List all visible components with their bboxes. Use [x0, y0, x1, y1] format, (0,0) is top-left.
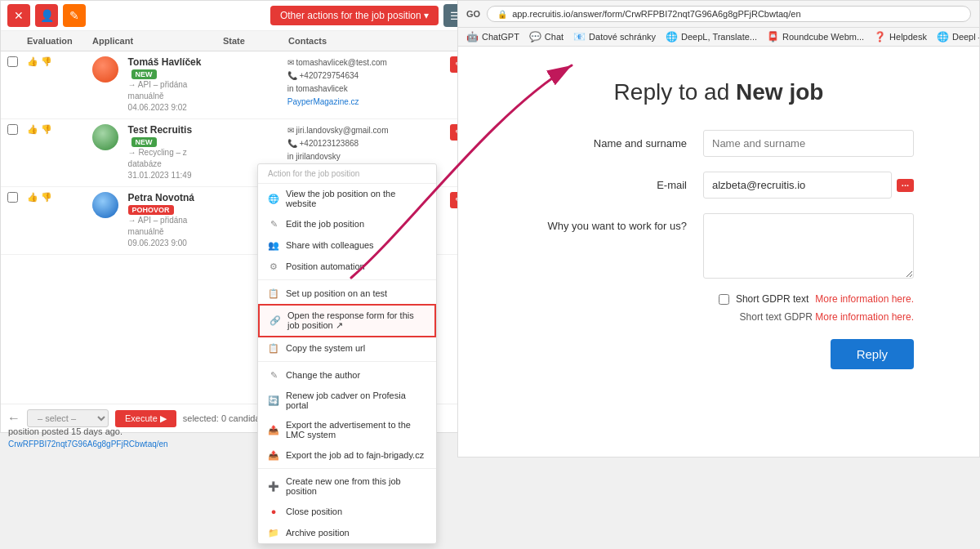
row-applicant-2: Test Recruitis NEW → Recycling – z datab…: [92, 124, 222, 181]
position-status: position posted 15 days ago.: [8, 426, 122, 436]
translate-icon: 🌐: [666, 31, 678, 42]
dropdown-item-archive[interactable]: 📁 Archive position: [258, 522, 436, 543]
avatar: [92, 56, 118, 83]
dropdown-item-copy-url[interactable]: 📋 Copy the system url: [258, 337, 436, 359]
lock-icon: 🔒: [497, 10, 507, 19]
dropdown-item-author[interactable]: ✎ Change the author: [258, 364, 436, 386]
remove-button[interactable]: ✕: [7, 4, 30, 27]
gear-icon: ⚙: [268, 261, 279, 272]
user-add-button[interactable]: 👤: [35, 4, 58, 27]
bookmark-helpdesk[interactable]: ❓ Helpdesk: [874, 31, 927, 42]
export-icon: 📤: [268, 424, 279, 435]
col-header-applicant: Applicant: [92, 36, 223, 46]
bookmark-deepl-preklady[interactable]: 🌐 Deepl – překlady: [937, 31, 980, 42]
name-input[interactable]: [703, 130, 914, 157]
form-title: Reply to ad New job: [523, 79, 914, 105]
dropdown-item-export-lmc[interactable]: 📤 Export the advertisement to the LMC sy…: [258, 415, 436, 444]
short-gdpr-link[interactable]: More information here.: [815, 311, 914, 323]
col-header-state: State: [223, 36, 288, 46]
email-wrapper: ···: [703, 172, 914, 199]
share-icon: 👥: [268, 239, 279, 251]
bookmark-chatgpt[interactable]: 🤖 ChatGPT: [466, 31, 519, 42]
export-icon: 📤: [268, 449, 279, 461]
bookmark-datove[interactable]: 📧 Datové schránky: [573, 31, 656, 42]
url-text: app.recruitis.io/answer/form/CrwRFPBI72n…: [512, 9, 800, 19]
col-header-check: [7, 36, 27, 46]
actions-dropdown-menu: Action for the job position 🌐 View the j…: [257, 163, 437, 544]
new-badge: NEW: [131, 69, 157, 79]
new-badge: NEW: [131, 137, 157, 147]
dropdown-item-share[interactable]: 👥 Share with colleagues: [258, 234, 436, 256]
email-label: E-mail: [523, 179, 687, 191]
link-icon: 🔗: [270, 315, 281, 327]
thumbs-down-icon: 👎: [41, 192, 52, 203]
thumbs-down-icon: 👎: [41, 124, 52, 135]
row-eval-1: 👍 👎: [27, 56, 92, 67]
actions-dropdown-button[interactable]: Other actions for the job position ▾: [270, 6, 439, 25]
status-badge: POHOVOR: [128, 205, 174, 215]
dropdown-item-renew[interactable]: 🔄 Renew job cadver on Profesia portal: [258, 386, 436, 415]
bookmarks-bar: 🤖 ChatGPT 💬 Chat 📧 Datové schránky 🌐 Dee…: [458, 28, 979, 47]
row-checkbox-1[interactable]: [7, 56, 27, 69]
avatar: [92, 192, 118, 218]
bookmark-chat[interactable]: 💬 Chat: [529, 31, 564, 42]
row-applicant-1: Tomáš Havlíček NEW → API – přidána manuá…: [92, 56, 222, 114]
dropdown-item-view[interactable]: 🌐 View the job position on the website: [258, 184, 436, 213]
execute-button[interactable]: Execute ▶: [115, 410, 176, 427]
browser-bar: GO 🔒 app.recruitis.io/answer/form/CrwRFP…: [458, 1, 979, 28]
applicant-name: Test Recruitis NEW: [128, 124, 222, 147]
chat-icon: 💬: [529, 31, 541, 42]
bulk-action-select[interactable]: – select –: [27, 409, 109, 427]
table-row: 👍 👎 Tomáš Havlíček NEW → API – přidána m…: [1, 51, 473, 119]
dropdown-header: Action for the job position: [258, 164, 436, 184]
mail-icon: 📧: [573, 31, 586, 42]
gdpr-checkbox[interactable]: [719, 294, 729, 305]
row-checkbox-2[interactable]: [7, 124, 27, 137]
dropdown-item-export-fajn[interactable]: 📤 Export the job ad to fajn-brigady.cz: [258, 444, 436, 466]
name-label: Name and surname: [523, 137, 687, 150]
dropdown-item-open-form[interactable]: 🔗 Open the response form for this job po…: [258, 304, 436, 337]
toolbar: ✕ 👤 ✎ Other actions for the job position…: [1, 1, 473, 31]
dropdown-item-automation[interactable]: ⚙ Position automation: [258, 256, 436, 277]
archive-icon: 📁: [268, 527, 279, 538]
row-eval-3: 👍 👎: [27, 192, 92, 203]
close-circle-icon: ●: [268, 506, 279, 517]
edit-icon: ✎: [268, 218, 279, 230]
why-work-label: Why you want to work for us?: [523, 213, 687, 232]
email-input[interactable]: [703, 172, 892, 199]
applicant-name: Petra Novotná POHOVOR: [128, 192, 222, 215]
dropdown-item-edit[interactable]: ✎ Edit the job position: [258, 213, 436, 234]
dropdown-item-create-new[interactable]: ➕ Create new one from this job position: [258, 471, 436, 501]
why-work-textarea[interactable]: [703, 213, 914, 279]
dropdown-item-setup[interactable]: 📋 Set up position on an test: [258, 283, 436, 304]
copy-icon: 📋: [268, 342, 279, 354]
row-checkbox-3[interactable]: [7, 192, 27, 205]
thumbs-up-icon: 👍: [27, 56, 38, 67]
dropdown-item-close[interactable]: ● Close position: [258, 501, 436, 522]
reply-button[interactable]: Reply: [831, 339, 914, 369]
chatgpt-icon: 🤖: [466, 31, 479, 42]
clipboard-icon: 📋: [268, 288, 279, 299]
email-options-badge[interactable]: ···: [897, 179, 914, 192]
row-eval-2: 👍 👎: [27, 124, 92, 135]
gdpr-more-link[interactable]: More information here.: [815, 293, 914, 305]
applicant-name: Tomáš Havlíček NEW: [128, 56, 222, 79]
thumbs-down-icon: 👎: [41, 56, 52, 67]
nav-left-icon: ←: [7, 411, 20, 426]
avatar: [92, 124, 118, 150]
roundcube-icon: 📮: [767, 31, 779, 42]
thumbs-up-icon: 👍: [27, 124, 38, 135]
applicant-meta: → API – přidána manuálně04.06.2023 9:02: [128, 79, 222, 114]
refresh-icon: 🔄: [268, 395, 279, 406]
globe-icon: 🌐: [268, 193, 279, 204]
edit-button[interactable]: ✎: [63, 4, 86, 27]
bookmark-roundcube[interactable]: 📮 Roundcube Webm...: [767, 31, 864, 42]
email-field-row: E-mail ···: [523, 172, 914, 199]
col-header-eval: Evaluation: [27, 36, 92, 46]
position-url: CrwRFPBI72nqt7G96A6g8gPFjRCbwtaq/en: [8, 440, 168, 449]
gdpr-text: Short GDPR text: [736, 293, 808, 305]
url-bar[interactable]: 🔒 app.recruitis.io/answer/form/CrwRFPBI7…: [487, 6, 971, 22]
contact-link[interactable]: PayperMagazine.cz: [287, 97, 359, 106]
bookmark-deepl[interactable]: 🌐 DeepL, Translate...: [666, 31, 757, 42]
name-field-row: Name and surname: [523, 130, 914, 157]
